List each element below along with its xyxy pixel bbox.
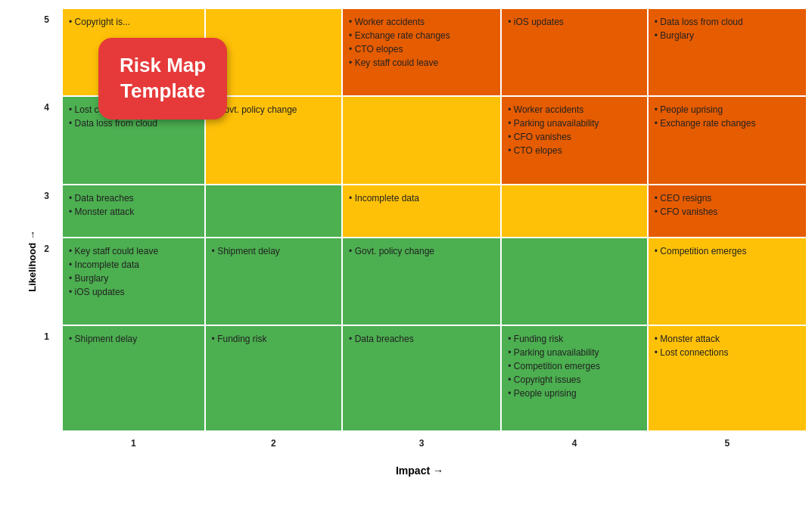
cell-r5c5: Data loss from cloud Burglary bbox=[648, 8, 807, 96]
x-axis-label: Impact → bbox=[32, 461, 807, 480]
cell-r3c4 bbox=[501, 185, 648, 238]
cell-r4c3 bbox=[342, 96, 501, 184]
col-label-empty bbox=[32, 431, 62, 461]
cell-r3c1: Data breaches Monster attack bbox=[62, 185, 205, 238]
cell-r2c2: Shipment delay bbox=[205, 238, 343, 325]
cell-r3c2 bbox=[205, 185, 343, 238]
col-label-2: 2 bbox=[205, 431, 343, 461]
cell-r1c3: Data breaches bbox=[342, 325, 501, 431]
row-label-5: 5 bbox=[32, 8, 62, 96]
cell-r2c4 bbox=[501, 238, 648, 325]
cell-r4c5: People uprising Exchange rate changes bbox=[648, 96, 807, 184]
col-label-4: 4 bbox=[501, 431, 648, 461]
cell-r2c1: Key staff could leave Incomplete data Bu… bbox=[62, 238, 205, 325]
cell-r1c2: Funding risk bbox=[205, 325, 343, 431]
row-label-1: 1 bbox=[32, 325, 62, 431]
col-label-3: 3 bbox=[342, 431, 501, 461]
cell-r5c1-content: Copyright is... bbox=[69, 15, 198, 29]
cell-r5c4: iOS updates bbox=[501, 8, 648, 96]
col-label-5: 5 bbox=[648, 431, 807, 461]
cell-r2c5: Competition emerges bbox=[648, 238, 807, 325]
cell-r3c3: Incomplete data bbox=[342, 185, 501, 238]
cell-r2c3: Govt. policy change bbox=[342, 238, 501, 325]
y-axis-label: Likelihood → bbox=[26, 230, 38, 292]
cell-r1c1: Shipment delay bbox=[62, 325, 205, 431]
cell-r5c3: Worker accidents Exchange rate changes C… bbox=[342, 8, 501, 96]
cell-r4c4: Worker accidents Parking unavailability … bbox=[501, 96, 648, 184]
cell-r3c5: CEO resigns CFO vanishes bbox=[648, 185, 807, 238]
risk-map-badge: Risk Map Template bbox=[98, 38, 227, 120]
risk-map-container: Likelihood → 5 Copyright is... Worker a bbox=[0, 0, 812, 522]
col-label-1: 1 bbox=[62, 431, 205, 461]
row-label-4: 4 bbox=[32, 96, 62, 184]
cell-r1c5: Monster attack Lost connections bbox=[648, 325, 807, 431]
cell-r1c4: Funding risk Parking unavailability Comp… bbox=[501, 325, 648, 431]
